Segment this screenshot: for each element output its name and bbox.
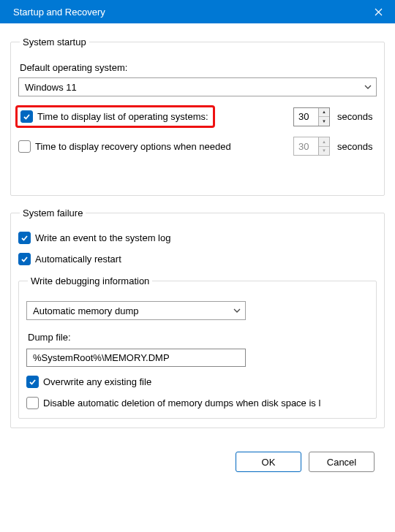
window-title: Startup and Recovery xyxy=(9,7,105,18)
overwrite-label: Overwrite any existing file xyxy=(43,376,151,387)
auto-restart-row: Automatically restart xyxy=(18,253,377,265)
os-list-time-row: Time to display list of operating system… xyxy=(18,105,377,128)
recovery-time-unit: seconds xyxy=(337,141,377,152)
group-system-failure: System failure Write an event to the sys… xyxy=(10,208,385,428)
os-list-time-unit: seconds xyxy=(337,111,377,122)
disable-del-label: Disable automatic deletion of memory dum… xyxy=(43,398,320,408)
os-list-time-label: Time to display list of operating system… xyxy=(37,111,208,122)
group-debug-info: Write debugging information Automatic me… xyxy=(18,276,377,419)
default-os-select[interactable]: Windows 11 xyxy=(18,77,377,96)
spinner-buttons: ▲ ▼ xyxy=(318,108,329,126)
check-icon xyxy=(20,255,29,263)
recovery-time-label: Time to display recovery options when ne… xyxy=(35,141,231,152)
debug-mode-value: Automatic memory dump xyxy=(33,305,139,316)
auto-restart-checkbox[interactable] xyxy=(18,253,31,265)
recovery-time-row: Time to display recovery options when ne… xyxy=(18,137,377,156)
legend-system-startup: System startup xyxy=(20,37,89,48)
dump-file-label: Dump file: xyxy=(28,332,369,343)
os-list-time-checkbox[interactable] xyxy=(20,110,33,123)
check-icon xyxy=(20,234,29,242)
dialog-content: System startup Default operating system:… xyxy=(0,23,395,472)
default-os-label: Default operating system: xyxy=(20,62,377,73)
recovery-time-chkwrap: Time to display recovery options when ne… xyxy=(18,140,231,153)
close-icon xyxy=(375,8,383,16)
write-event-row: Write an event to the system log xyxy=(18,232,377,244)
button-bar: OK Cancel xyxy=(10,440,385,472)
close-button[interactable] xyxy=(362,0,395,23)
spinner-down: ▼ xyxy=(319,147,329,156)
recovery-time-checkbox[interactable] xyxy=(18,140,31,153)
spinner-buttons: ▲ ▼ xyxy=(318,137,329,155)
titlebar: Startup and Recovery xyxy=(0,0,395,23)
dump-file-value: %SystemRoot%\MEMORY.DMP xyxy=(33,352,170,363)
auto-restart-label: Automatically restart xyxy=(35,254,121,265)
disable-del-row: Disable automatic deletion of memory dum… xyxy=(26,397,369,409)
debug-mode-select[interactable]: Automatic memory dump xyxy=(26,301,246,320)
os-list-time-spinner[interactable]: 30 ▲ ▼ xyxy=(293,107,330,126)
overwrite-row: Overwrite any existing file xyxy=(26,376,369,388)
write-event-checkbox[interactable] xyxy=(18,232,31,244)
legend-system-failure: System failure xyxy=(20,208,86,218)
disable-del-checkbox[interactable] xyxy=(26,397,39,409)
os-list-time-highlight: Time to display list of operating system… xyxy=(15,105,215,128)
spinner-down[interactable]: ▼ xyxy=(319,117,329,126)
spinner-up: ▲ xyxy=(319,137,329,147)
os-list-time-value: 30 xyxy=(294,108,318,126)
check-icon xyxy=(23,113,31,121)
chevron-down-icon xyxy=(364,83,372,91)
recovery-time-value: 30 xyxy=(294,137,318,155)
legend-debug-info: Write debugging information xyxy=(28,276,152,286)
spinner-up[interactable]: ▲ xyxy=(319,108,329,118)
write-event-label: Write an event to the system log xyxy=(35,232,170,243)
overwrite-checkbox[interactable] xyxy=(26,376,39,388)
recovery-time-spinner: 30 ▲ ▼ xyxy=(293,137,330,156)
dump-file-input[interactable]: %SystemRoot%\MEMORY.DMP xyxy=(26,349,246,367)
cancel-button[interactable]: Cancel xyxy=(309,452,375,472)
ok-button[interactable]: OK xyxy=(236,452,301,472)
chevron-down-icon xyxy=(233,307,241,314)
group-system-startup: System startup Default operating system:… xyxy=(10,37,385,196)
check-icon xyxy=(29,378,37,386)
default-os-value: Windows 11 xyxy=(25,82,77,93)
